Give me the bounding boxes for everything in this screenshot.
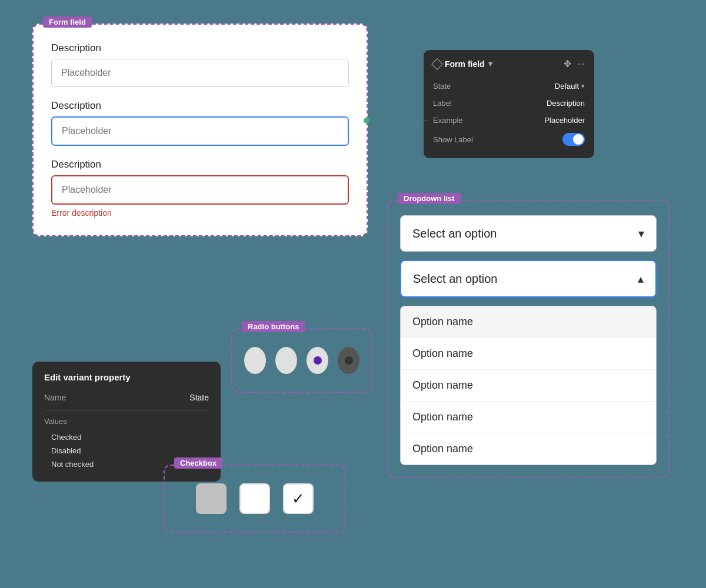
show-label-key: Show Label (433, 135, 473, 144)
dropdown-chevron-up: ▴ (638, 272, 644, 286)
dropdown-list: Option name Option name Option name Opti… (400, 306, 657, 465)
panel-header: Form field ▾ ✥ ··· (433, 58, 585, 69)
dropdown-select-default[interactable]: Select an option ▾ (400, 215, 657, 252)
edit-variant-values-label: Values (44, 417, 209, 426)
form-field-card: Form field Description Description Descr… (32, 24, 368, 236)
form-label-active: Description (51, 100, 349, 112)
edit-variant-value-disabled: Disabled (44, 444, 209, 457)
form-input-active[interactable] (51, 116, 349, 146)
connector-dot (364, 118, 369, 123)
diamond-icon (431, 58, 443, 70)
panel-icons: ✥ ··· (564, 58, 585, 69)
radio-button-dark[interactable] (338, 347, 359, 374)
checkmark-icon: ✓ (292, 490, 305, 508)
label-key: Label (433, 99, 452, 108)
panel-title: Form field ▾ (433, 59, 492, 69)
list-item[interactable]: Option name (401, 402, 656, 433)
checkbox-card-label: Checkbox (174, 457, 222, 469)
radio-card-label: Radio buttons (242, 321, 305, 332)
list-item[interactable]: Option name (401, 433, 656, 465)
edit-variant-name-key: Name (44, 393, 66, 402)
radio-button-empty-1[interactable] (244, 347, 266, 374)
panel-row-state: State Default ▾ (433, 78, 585, 95)
form-label-default: Description (51, 42, 349, 54)
panel-title-chevron[interactable]: ▾ (488, 59, 492, 68)
dropdown-select-active-text: Select an option (413, 272, 497, 286)
example-value: Placeholder (544, 116, 585, 125)
dropdown-card-label: Dropdown list (398, 193, 461, 204)
form-input-default[interactable] (51, 59, 349, 87)
radio-buttons-row (244, 347, 359, 374)
checkbox-row: ✓ (179, 483, 331, 514)
dropdown-select-default-text: Select an option (412, 227, 497, 240)
form-group-active: Description (51, 100, 349, 146)
more-icon[interactable]: ··· (577, 59, 585, 69)
edit-variant-name-row: Name State (44, 390, 209, 405)
form-input-error[interactable] (51, 175, 349, 205)
dropdown-chevron-down: ▾ (638, 226, 644, 240)
radio-button-selected[interactable] (307, 347, 328, 374)
panel-title-text: Form field (445, 59, 485, 69)
checkbox-disabled[interactable] (196, 483, 227, 514)
properties-panel: Form field ▾ ✥ ··· State Default ▾ Label… (424, 50, 594, 158)
state-chevron: ▾ (581, 82, 585, 90)
panel-row-example: Example Placeholder (433, 112, 585, 129)
move-icon[interactable]: ✥ (564, 58, 571, 69)
toggle-knob (573, 134, 584, 145)
checkbox-card: Checkbox ✓ (164, 465, 346, 533)
connector-line (367, 120, 427, 121)
form-group-default: Description (51, 42, 349, 87)
checkbox-checked[interactable]: ✓ (283, 483, 314, 514)
checkbox-unchecked[interactable] (239, 483, 270, 514)
dropdown-card: Dropdown list Select an option ▾ Select … (387, 200, 670, 478)
state-value[interactable]: Default ▾ (555, 82, 585, 91)
edit-variant-title: Edit variant property (44, 372, 209, 382)
toggle-switch[interactable] (562, 133, 585, 146)
edit-variant-value-checked: Checked (44, 430, 209, 444)
list-item[interactable]: Option name (401, 370, 656, 402)
form-field-card-label: Form field (43, 16, 92, 28)
label-value: Description (547, 99, 585, 108)
radio-button-empty-2[interactable] (275, 347, 297, 374)
radio-card: Radio buttons (231, 328, 372, 393)
connector (367, 120, 427, 121)
list-item[interactable]: Option name (401, 338, 656, 370)
list-item[interactable]: Option name (401, 306, 656, 338)
error-text: Error description (51, 208, 349, 218)
example-key: Example (433, 116, 463, 125)
state-key: State (433, 82, 451, 91)
panel-row-label: Label Description (433, 95, 585, 112)
form-label-error: Description (51, 159, 349, 171)
form-group-error: Description Error description (51, 159, 349, 218)
edit-variant-name-value: State (189, 393, 209, 402)
edit-variant-divider (44, 410, 209, 411)
dropdown-select-active[interactable]: Select an option ▴ (400, 260, 657, 298)
panel-row-show-label: Show Label (433, 129, 585, 150)
